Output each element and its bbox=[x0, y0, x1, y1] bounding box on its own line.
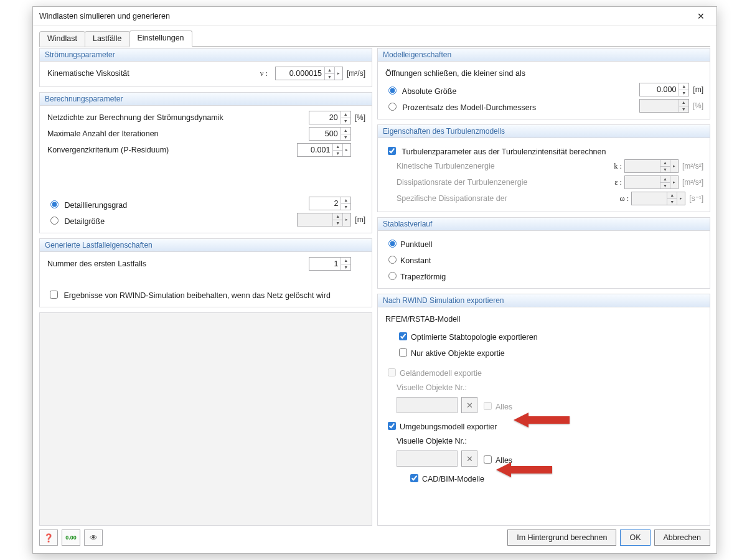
spinner-arrows[interactable]: ▲▼ bbox=[341, 111, 350, 124]
opt-topo-checkbox[interactable] bbox=[399, 332, 407, 340]
spinner-arrows[interactable]: ▲▼ bbox=[679, 83, 688, 96]
clear-env-button[interactable]: ✕ bbox=[461, 450, 477, 467]
group-header: Eigenschaften des Turbulenzmodells bbox=[378, 125, 710, 138]
tab-bar: Windlast Lastfälle Einstellungen bbox=[33, 26, 716, 46]
mesh-density-input[interactable] bbox=[309, 111, 341, 124]
convergence-spinner[interactable]: ▲▼ ▸ bbox=[297, 143, 351, 157]
stab-konstant-radio[interactable]: Konstant bbox=[385, 253, 431, 265]
stab-trapez-input[interactable] bbox=[388, 272, 397, 280]
detail-size-spinner: ▲▼ ▸ bbox=[297, 213, 351, 226]
cancel-button[interactable]: Abbrechen bbox=[654, 530, 710, 546]
stab-trapez-radio[interactable]: Trapezförmig bbox=[385, 269, 446, 281]
pct-size-label: Prozentsatz des Modell-Durchmessers bbox=[402, 103, 536, 112]
close-openings-label: Öffnungen schließen, die kleiner sind al… bbox=[385, 69, 525, 78]
abs-size-input[interactable] bbox=[640, 83, 679, 96]
detail-level-radio[interactable]: Detaillierungsgrad bbox=[47, 198, 309, 210]
first-loadcase-input[interactable] bbox=[309, 258, 341, 270]
max-iterations-spinner[interactable]: ▲▼ bbox=[309, 127, 351, 141]
stab-punktuell-radio[interactable]: Punktuell bbox=[385, 237, 432, 249]
turb-omega-label: Spezifische Dissipationsrate der bbox=[397, 194, 618, 203]
active-only-check[interactable]: Nur aktive Objekte exportie bbox=[397, 346, 505, 358]
alles-env-check[interactable]: Alles bbox=[481, 453, 512, 465]
tab-lastfaelle[interactable]: Lastfälle bbox=[85, 31, 130, 47]
nu-symbol: ν : bbox=[209, 69, 275, 78]
turb-k-input bbox=[625, 160, 660, 172]
alles-env-label: Alles bbox=[496, 456, 512, 465]
kinematic-viscosity-label: Kinematische Viskosität bbox=[47, 69, 209, 78]
group-header: Strömungsparameter bbox=[40, 49, 372, 62]
active-only-label: Nur aktive Objekte exportie bbox=[411, 349, 505, 358]
abs-size-radio-input[interactable] bbox=[388, 86, 397, 95]
stab-trapez-label: Trapezförmig bbox=[400, 273, 446, 281]
spinner-arrows[interactable]: ▲▼ bbox=[341, 258, 350, 270]
dialog-body: Strömungsparameter Kinematische Viskosit… bbox=[39, 48, 710, 526]
detail-size-radio[interactable]: Detailgröße bbox=[47, 214, 297, 226]
first-loadcase-spinner[interactable]: ▲▼ bbox=[309, 257, 351, 271]
clear-terrain-button: ✕ bbox=[461, 397, 477, 413]
convergence-input[interactable] bbox=[298, 144, 332, 156]
keep-results-check[interactable]: Ergebnisse von RWIND-Simulation beibehal… bbox=[47, 288, 331, 300]
group-header: Stablastverlauf bbox=[378, 218, 710, 231]
spinner-arrows[interactable]: ▲▼ bbox=[341, 128, 350, 140]
detail-level-input[interactable] bbox=[309, 197, 341, 210]
env-model-checkbox[interactable] bbox=[388, 422, 396, 430]
first-loadcase-label: Nummer des ersten Lastfalls bbox=[47, 259, 309, 268]
stab-konstant-input[interactable] bbox=[388, 256, 397, 264]
view-button[interactable]: 👁 bbox=[84, 530, 103, 546]
visobj-env-input bbox=[397, 450, 458, 467]
tab-windlast[interactable]: Windlast bbox=[39, 31, 85, 47]
detail-size-radio-input[interactable] bbox=[50, 217, 59, 225]
kinematic-viscosity-input[interactable] bbox=[276, 67, 324, 80]
group-header: Modelleigenschaften bbox=[378, 49, 710, 62]
max-iterations-label: Maximale Anzahl der Iterationen bbox=[47, 129, 309, 138]
spinner-step-icon: ▸ bbox=[342, 213, 350, 226]
spinner-step-icon: ▸ bbox=[677, 192, 685, 205]
group-loadcase: Generierte Lastfalleigenschaften Nummer … bbox=[39, 238, 372, 307]
turb-from-intensity-checkbox[interactable] bbox=[388, 147, 396, 155]
detail-level-spinner[interactable]: ▲▼ bbox=[309, 197, 351, 210]
opt-topo-check[interactable]: Optimierte Stabtopologie exportieren bbox=[397, 330, 538, 342]
keep-results-checkbox[interactable] bbox=[50, 291, 58, 299]
cad-bim-checkbox[interactable] bbox=[410, 474, 418, 482]
convergence-label: Konvergenzkriterium (P-Residuum) bbox=[47, 146, 297, 154]
spinner-step-icon: ▸ bbox=[670, 176, 678, 189]
group-stablast: Stablastverlauf Punktuell Konstant Trape… bbox=[377, 217, 710, 289]
kinematic-viscosity-spinner[interactable]: ▲▼ ▸ bbox=[275, 67, 343, 80]
dialog-window: Windlasten simulieren und generieren ✕ W… bbox=[32, 6, 717, 554]
spinner-arrows[interactable]: ▲▼ bbox=[332, 144, 342, 156]
units-button[interactable]: 0.00 bbox=[62, 530, 80, 546]
pct-size-radio-input[interactable] bbox=[388, 103, 397, 111]
spinner-step-icon[interactable]: ▸ bbox=[342, 144, 350, 156]
x-icon: ✕ bbox=[466, 454, 473, 464]
rfem-header: RFEM/RSTAB-Modell bbox=[385, 315, 461, 324]
abs-size-radio[interactable]: Absolute Größe bbox=[385, 84, 639, 96]
alles-terrain-label: Alles bbox=[496, 403, 512, 411]
env-model-check[interactable]: Umgebungsmodell exportier bbox=[385, 419, 497, 431]
ok-button[interactable]: OK bbox=[620, 530, 650, 546]
terrain-label: Geländemodell exportie bbox=[400, 369, 482, 378]
calc-background-button[interactable]: Im Hintergrund berechnen bbox=[507, 530, 616, 546]
tab-einstellungen[interactable]: Einstellungen bbox=[129, 30, 192, 47]
spinner-arrows[interactable]: ▲▼ bbox=[324, 67, 334, 80]
max-iterations-input[interactable] bbox=[309, 128, 341, 140]
cad-bim-check[interactable]: CAD/BIM-Modelle bbox=[408, 472, 484, 483]
detail-size-input bbox=[298, 213, 332, 226]
active-only-checkbox[interactable] bbox=[399, 348, 407, 357]
alles-env-checkbox[interactable] bbox=[484, 455, 492, 464]
close-button[interactable]: ✕ bbox=[689, 9, 713, 23]
turb-eps-input bbox=[625, 176, 660, 189]
turb-omega-spinner: ▲▼ ▸ bbox=[631, 192, 685, 205]
spinner-step-icon[interactable]: ▸ bbox=[334, 67, 342, 80]
spinner-arrows: ▲▼ bbox=[660, 176, 670, 189]
help-button[interactable]: ❓ bbox=[39, 530, 58, 546]
mesh-density-label: Netzdichte zur Berechnung der Strömungsd… bbox=[47, 113, 309, 122]
detail-level-radio-input[interactable] bbox=[50, 200, 59, 208]
stab-punktuell-input[interactable] bbox=[388, 240, 397, 248]
abs-size-spinner[interactable]: ▲▼ bbox=[639, 83, 689, 96]
dialog-title: Windlasten simulieren und generieren bbox=[39, 12, 170, 21]
terrain-check: Geländemodell exportie bbox=[385, 366, 482, 378]
pct-size-radio[interactable]: Prozentsatz des Modell-Durchmessers bbox=[385, 100, 639, 112]
mesh-density-spinner[interactable]: ▲▼ bbox=[309, 111, 351, 124]
turb-from-intensity-check[interactable]: Turbulenzparameter aus der Turbulenzinte… bbox=[385, 144, 606, 156]
spinner-arrows[interactable]: ▲▼ bbox=[341, 197, 350, 210]
